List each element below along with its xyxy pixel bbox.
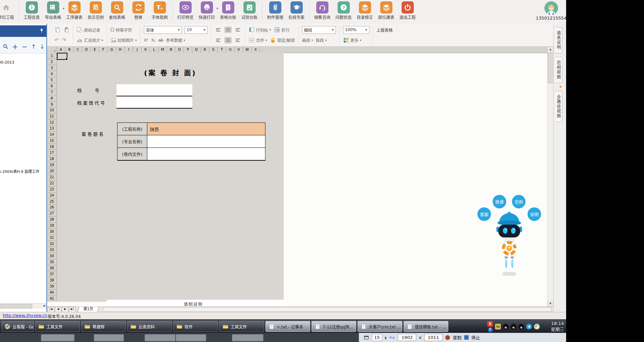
scroll-right-arrow[interactable]: ▶ <box>44 304 46 307</box>
sales-consult-button[interactable]: 销售咨询 <box>312 1 333 20</box>
collapse-icon[interactable]: － <box>22 42 27 51</box>
row-header-8[interactable]: 8 <box>47 95 57 101</box>
taskbar-button[interactable]: 蒋建辉 <box>81 321 126 332</box>
unit-project-button[interactable]: 单位工程 <box>0 1 17 20</box>
align-center-button[interactable] <box>224 37 232 43</box>
font-size-select[interactable]: 10▼ <box>185 26 208 34</box>
find-table-button[interactable]: 查找表格 <box>106 1 128 20</box>
first-sheet-button[interactable]: |◀ <box>48 307 54 312</box>
tree-item[interactable]: 00-2013 <box>0 60 14 65</box>
special-char-button[interactable]: Ω特殊字符 <box>110 25 137 35</box>
capture-height[interactable]: 1011 <box>424 334 443 341</box>
archive-code-cell[interactable] <box>116 96 192 109</box>
row-header-10[interactable]: 10 <box>47 107 57 113</box>
column-header-F[interactable]: F <box>99 47 108 53</box>
lock-unlock-button[interactable]: 锁定/解锁 <box>270 37 295 43</box>
robot-mascot[interactable] <box>492 209 527 280</box>
selected-cell-a1[interactable] <box>57 53 67 60</box>
strikethrough-button[interactable]: ab <box>158 38 163 43</box>
column-header-J[interactable]: J <box>133 47 142 53</box>
window-thumb[interactable] <box>94 334 124 341</box>
tab-fill-instructions[interactable]: 填表说明 <box>555 27 562 53</box>
qq-tray-icon[interactable] <box>518 324 524 329</box>
taskbar-button[interactable]: 云南资料 <box>127 321 172 332</box>
row-header-15[interactable]: 15 <box>47 138 57 144</box>
report-table-button[interactable]: 上报表格 <box>377 27 393 33</box>
file-number-cell[interactable] <box>116 84 192 96</box>
record-label[interactable]: 录制 <box>453 334 461 341</box>
row-header-20[interactable]: 20 <box>47 168 57 174</box>
column-header-E[interactable]: E <box>91 47 99 53</box>
row-header-4[interactable]: 4 <box>47 71 57 77</box>
scrollbar-thumb[interactable] <box>0 304 32 309</box>
online-expert-button[interactable]: 在线专家 <box>286 1 307 20</box>
stop-label[interactable]: 停止 <box>471 334 480 341</box>
row-header-25[interactable]: 25 <box>47 199 57 205</box>
catalog-fix-button[interactable]: 目录修正 <box>354 1 375 20</box>
column-header-S[interactable]: S <box>209 47 218 53</box>
column-header-H[interactable]: H <box>116 47 125 53</box>
inner-files-cell[interactable] <box>147 148 265 160</box>
align-bottom-button[interactable] <box>234 27 241 33</box>
merge-cells-button[interactable]: 合并▾ <box>249 37 267 43</box>
select-all-corner[interactable] <box>47 47 57 53</box>
column-header-D[interactable]: D <box>82 47 91 53</box>
test-ledger-button[interactable]: 试验台账 <box>239 1 260 20</box>
row-header-30[interactable]: 30 <box>47 229 57 235</box>
row-header-14[interactable]: 14 <box>47 132 57 138</box>
column-header-V[interactable]: V <box>235 47 243 53</box>
replace-button[interactable]: 替换 <box>128 1 149 20</box>
user-avatar[interactable] <box>544 1 558 15</box>
zoom-select[interactable]: 100%▼ <box>343 26 369 34</box>
tab-fullpath-view[interactable]: 全路径视图 <box>555 91 562 122</box>
expand-icon[interactable]: ＋ <box>12 42 18 51</box>
fps-spinner[interactable]: ▲▼ <box>385 336 387 339</box>
paste-button[interactable] <box>63 27 69 33</box>
row-header-13[interactable]: 13 <box>47 126 57 132</box>
bubble-help[interactable]: 说明 <box>528 207 541 221</box>
qq-tray-icon[interactable] <box>503 324 509 329</box>
wrap-text-button[interactable]: 折行 <box>274 27 289 33</box>
taskbar-button[interactable]: 软件 <box>173 321 218 332</box>
taskbar-button[interactable]: 7-12注册qq快... <box>312 321 356 332</box>
column-header-A[interactable]: A <box>57 47 65 53</box>
original-record-button[interactable]: 原始记录 <box>77 25 103 35</box>
row-header-7[interactable]: 7 <box>47 89 57 95</box>
row-header-32[interactable]: 32 <box>47 241 57 247</box>
show-example-button[interactable]: 范显示范例 <box>85 1 106 20</box>
row-header-33[interactable]: 33 <box>47 247 57 253</box>
copy-button[interactable] <box>55 27 61 33</box>
row-col-header-button[interactable]: 行列标▾ <box>249 27 271 33</box>
export-table-button[interactable]: 导出表格▾ <box>42 1 64 20</box>
scroll-down-arrow[interactable]: ▼ <box>548 301 553 306</box>
more-button[interactable]: 更多▾ <box>343 37 362 43</box>
vertical-scrollbar[interactable]: ▲ ▼ <box>547 47 553 306</box>
row-header-39[interactable]: 39 <box>47 283 57 290</box>
column-header-O[interactable]: O <box>175 47 184 53</box>
row-header-12[interactable]: 12 <box>47 119 57 126</box>
row-header-17[interactable]: 17 <box>47 150 57 156</box>
last-sheet-button[interactable]: ▶| <box>69 307 76 312</box>
column-header-G[interactable]: G <box>108 47 116 53</box>
project-info-button[interactable]: 工程信息 <box>21 1 42 20</box>
capture-width[interactable]: 1902 <box>398 334 416 341</box>
move-up-icon[interactable]: ↑ <box>31 43 36 50</box>
row-header-29[interactable]: 29 <box>47 223 57 229</box>
row-header-26[interactable]: 26 <box>47 204 57 210</box>
column-header-L[interactable]: L <box>150 47 158 53</box>
row-header-2[interactable]: 2 <box>47 59 57 65</box>
row-header-5[interactable]: 5 <box>47 77 57 83</box>
taskbar-button[interactable]: 工具文件 <box>35 321 80 332</box>
column-headers[interactable]: ABCDEFGHIJKLMNOPQRSTUVWX <box>47 47 548 53</box>
folder-tray-icon[interactable] <box>495 324 501 329</box>
draw-picture-button[interactable]: 绘制图片▾ <box>110 36 137 45</box>
taskbar-button[interactable]: 值班模板.txt - ... <box>404 321 448 332</box>
row-header-21[interactable]: 21 <box>47 174 57 180</box>
row-header-19[interactable]: 19 <box>47 162 57 168</box>
table-ledger-button[interactable]: 表格台账 <box>217 1 239 20</box>
taskbar-clock[interactable]: 18:14 星期三 <box>551 321 564 332</box>
window-thumb[interactable] <box>145 334 175 341</box>
sheet-tab[interactable]: 第1页 <box>78 307 99 312</box>
column-header-K[interactable]: K <box>142 47 150 53</box>
column-header-U[interactable]: U <box>226 47 235 53</box>
